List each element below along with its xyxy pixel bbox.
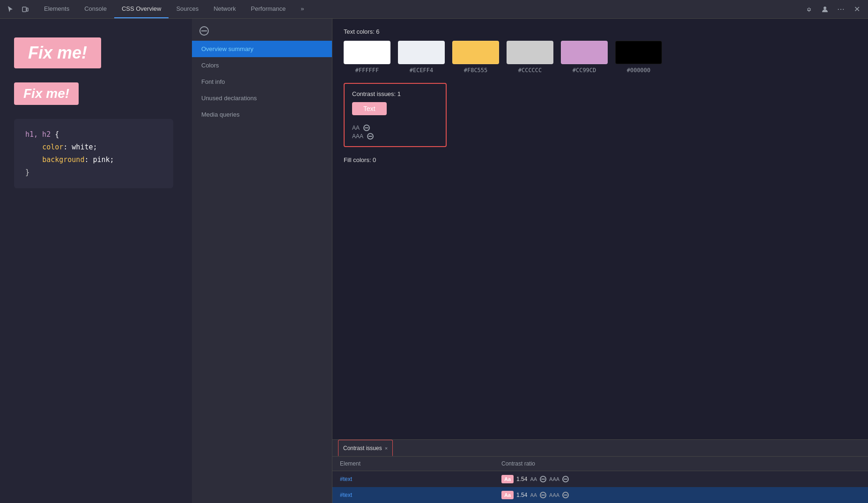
swatch-000000[interactable]: #000000 bbox=[615, 41, 662, 74]
contrast-badges: AA AAA bbox=[352, 125, 438, 140]
code-line-4: } bbox=[25, 166, 162, 179]
row1-aaa-fail-icon bbox=[562, 476, 569, 482]
swatch-cccccc[interactable]: #CCCCCC bbox=[507, 41, 553, 74]
element-link-2[interactable]: #text bbox=[340, 492, 352, 498]
code-line-2: color: white; bbox=[25, 141, 162, 154]
aaa-fail-icon bbox=[367, 133, 374, 140]
color-box-cccccc[interactable] bbox=[507, 41, 553, 64]
fix-me-heading-2: Fix me! bbox=[14, 82, 79, 105]
aa-fail-icon bbox=[363, 125, 370, 131]
main-container: Fix me! Fix me! h1, h2 { color: white; b… bbox=[0, 19, 868, 503]
device-icon[interactable] bbox=[20, 4, 31, 15]
fix-me-heading-1: Fix me! bbox=[14, 37, 101, 68]
tab-console[interactable]: Console bbox=[77, 0, 114, 18]
content-inner: Text colors: 6 #FFFFFF #ECEFF4 #F8C555 #… bbox=[332, 19, 868, 439]
contrast-issues-box: Contrast issues: 1 Text AA AAA bbox=[344, 83, 447, 147]
ellipsis-icon[interactable]: ⋯ bbox=[834, 3, 847, 16]
tab-more[interactable]: » bbox=[293, 0, 311, 18]
tab-sources[interactable]: Sources bbox=[169, 0, 206, 18]
swatch-eceff4[interactable]: #ECEFF4 bbox=[398, 41, 445, 74]
no-entry-icon bbox=[199, 26, 209, 37]
tab-performance[interactable]: Performance bbox=[243, 0, 293, 18]
col-contrast-ratio: Contrast ratio bbox=[494, 457, 868, 471]
sidebar-item-unused-declarations[interactable]: Unused declarations bbox=[192, 90, 332, 106]
contrast-ratio-cell: Aa 1.54 AA AAA bbox=[494, 487, 868, 503]
color-box-ffffff[interactable] bbox=[344, 41, 390, 64]
tab-css-overview[interactable]: CSS Overview bbox=[114, 0, 169, 18]
svg-point-2 bbox=[824, 7, 826, 9]
element-cell: #text bbox=[332, 487, 494, 503]
sidebar-item-font-info[interactable]: Font info bbox=[192, 74, 332, 90]
sidebar: Overview summary Colors Font info Unused… bbox=[192, 19, 332, 503]
bottom-section: Contrast issues × Element Contrast ratio… bbox=[332, 439, 868, 503]
page-preview: Fix me! Fix me! h1, h2 { color: white; b… bbox=[0, 19, 192, 503]
color-swatches: #FFFFFF #ECEFF4 #F8C555 #CCCCCC #CC99CD bbox=[344, 41, 857, 74]
content-panel: Text colors: 6 #FFFFFF #ECEFF4 #F8C555 #… bbox=[332, 19, 868, 503]
swatch-f8c555[interactable]: #F8C555 bbox=[452, 41, 499, 74]
element-link-1[interactable]: #text bbox=[340, 476, 352, 482]
sidebar-item-colors[interactable]: Colors bbox=[192, 57, 332, 74]
contrast-badge-aaa: AAA bbox=[352, 133, 438, 140]
code-line-1: h1, h2 { bbox=[25, 128, 162, 141]
element-cell: #text bbox=[332, 471, 494, 488]
aa-swatch-1: Aa bbox=[501, 475, 514, 483]
fill-colors-label: Fill colors: 0 bbox=[344, 156, 857, 163]
sidebar-item-media-queries[interactable]: Media queries bbox=[192, 106, 332, 123]
code-block: h1, h2 { color: white; background: pink;… bbox=[14, 119, 173, 188]
contrast-ratio-cell: Aa 1.54 AA AAA bbox=[494, 471, 868, 488]
swatch-ffffff[interactable]: #FFFFFF bbox=[344, 41, 390, 74]
table-row: #text Aa 1.54 AA AAA bbox=[332, 487, 868, 503]
bottom-tabs: Contrast issues × bbox=[332, 440, 868, 457]
ratio-value-2: 1.54 bbox=[516, 492, 527, 498]
tabs-bar: Elements Console CSS Overview Sources Ne… bbox=[37, 0, 802, 18]
text-colors-label: Text colors: 6 bbox=[344, 28, 857, 35]
svg-rect-1 bbox=[27, 8, 28, 11]
person-icon[interactable] bbox=[818, 3, 831, 16]
devtools-toolbar: Elements Console CSS Overview Sources Ne… bbox=[0, 0, 868, 19]
svg-rect-0 bbox=[22, 7, 26, 12]
contrast-issues-title: Contrast issues: 1 bbox=[352, 90, 438, 97]
bottom-tab-contrast-issues[interactable]: Contrast issues × bbox=[338, 440, 393, 456]
sidebar-item-no-entry bbox=[192, 22, 332, 41]
bottom-table: Element Contrast ratio #text Aa 1.54 bbox=[332, 457, 868, 503]
color-box-000000[interactable] bbox=[615, 41, 662, 64]
tab-close-button[interactable]: × bbox=[385, 445, 388, 451]
color-box-f8c555[interactable] bbox=[452, 41, 499, 64]
row2-aa-fail-icon bbox=[540, 492, 546, 498]
sidebar-item-overview-summary[interactable]: Overview summary bbox=[192, 41, 332, 57]
cursor-icon[interactable] bbox=[5, 4, 16, 15]
table-row: #text Aa 1.54 AA AAA bbox=[332, 471, 868, 488]
tab-network[interactable]: Network bbox=[206, 0, 243, 18]
color-box-cc99cd[interactable] bbox=[561, 41, 608, 64]
col-element: Element bbox=[332, 457, 494, 471]
close-icon[interactable]: ✕ bbox=[850, 3, 863, 16]
swatch-cc99cd[interactable]: #CC99CD bbox=[561, 41, 608, 74]
aa-swatch-2: Aa bbox=[501, 491, 514, 499]
toolbar-right: ⋯ ✕ bbox=[802, 3, 863, 16]
table-header-row: Element Contrast ratio bbox=[332, 457, 868, 471]
tab-elements[interactable]: Elements bbox=[37, 0, 77, 18]
row1-aa-fail-icon bbox=[540, 476, 546, 482]
contrast-badge-aa: AA bbox=[352, 125, 438, 131]
settings-icon[interactable] bbox=[802, 3, 816, 16]
contrast-text-preview[interactable]: Text bbox=[352, 102, 387, 115]
color-box-eceff4[interactable] bbox=[398, 41, 445, 64]
code-line-3: background: pink; bbox=[25, 154, 162, 166]
ratio-value-1: 1.54 bbox=[516, 476, 527, 482]
row2-aaa-fail-icon bbox=[562, 492, 569, 498]
